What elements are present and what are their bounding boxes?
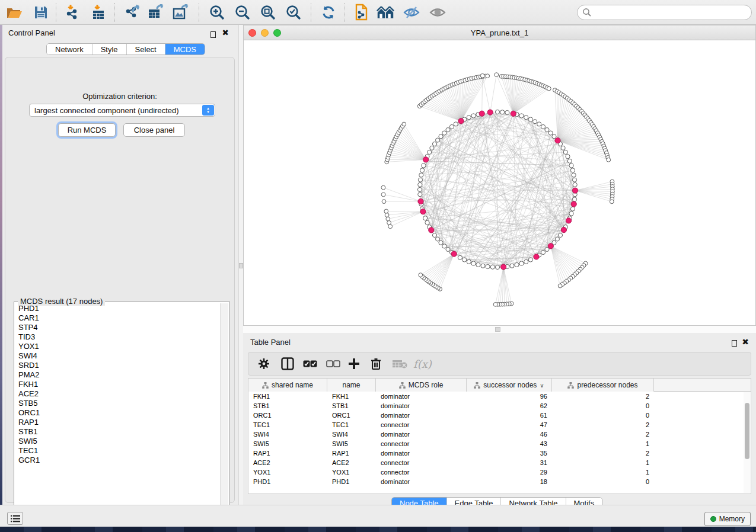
table-cell: dominator — [381, 411, 410, 420]
first-neighbors-icon[interactable] — [377, 4, 394, 21]
mcds-result-item[interactable]: ORC1 — [14, 408, 221, 418]
zoom-selected-icon[interactable] — [285, 4, 302, 21]
select-stepper-icon: ▲▼ — [202, 105, 214, 116]
tab-mcds[interactable]: MCDS — [165, 44, 205, 55]
mcds-result-item[interactable]: YOX1 — [14, 342, 221, 351]
zoom-out-icon[interactable] — [234, 4, 251, 21]
hide-selected-icon[interactable] — [403, 4, 420, 21]
horizontal-splitter-handle[interactable] — [495, 327, 500, 332]
table-row[interactable]: SWI5SWI5connector431 — [248, 439, 751, 448]
table-scrollbar-thumb[interactable] — [745, 403, 749, 459]
table-cell: 1 — [552, 467, 649, 477]
table-row[interactable]: FKH1FKH1dominator962 — [248, 392, 751, 401]
mcds-result-item[interactable]: RAP1 — [14, 418, 221, 427]
network-from-file-icon[interactable] — [352, 4, 370, 21]
mcds-result-item[interactable]: CAR1 — [14, 313, 221, 323]
mcds-result-item[interactable]: SWI5 — [14, 437, 221, 446]
column-header-name[interactable]: name — [327, 379, 376, 392]
table-cell: 18 — [467, 477, 547, 486]
mcds-result-item[interactable]: ACE2 — [14, 389, 221, 399]
table-cell: 2 — [552, 420, 649, 430]
table-cell: connector — [381, 458, 409, 467]
memory-button[interactable]: Memory — [704, 512, 751, 526]
mcds-result-item[interactable]: SWI4 — [14, 351, 221, 361]
tab-network[interactable]: Network — [47, 44, 92, 55]
split-panel-icon[interactable] — [281, 357, 294, 371]
search-input[interactable] — [577, 5, 752, 20]
table-row[interactable]: STB1STB1dominator620 — [248, 401, 751, 411]
table-row[interactable]: YOX1YOX1connector291 — [248, 467, 751, 477]
network-graph[interactable] — [244, 40, 755, 325]
table-cell: STB1 — [332, 401, 349, 411]
task-history-button[interactable] — [7, 512, 23, 525]
table-cell: 61 — [467, 411, 547, 420]
float-panel-icon[interactable] — [210, 30, 216, 40]
column-header-shared-name[interactable]: shared name — [248, 379, 327, 392]
table-cell: RAP1 — [332, 448, 349, 458]
import-table-icon[interactable] — [90, 4, 108, 21]
status-bar: Memory — [0, 505, 756, 527]
import-network-icon[interactable] — [64, 4, 82, 21]
vertical-splitter-handle[interactable] — [239, 263, 243, 268]
horizontal-splitter[interactable] — [243, 326, 756, 333]
column-header-successor-nodes[interactable]: successor nodes∨ — [467, 379, 552, 392]
mcds-result-list[interactable]: PHD1CAR1STP4TID3YOX1SWI4SRD1PMA2FKH1ACE2… — [14, 304, 221, 519]
network-canvas[interactable] — [244, 40, 755, 325]
table-row[interactable]: ORC1ORC1dominator610 — [248, 411, 751, 420]
run-mcds-button[interactable]: Run MCDS — [58, 123, 116, 137]
table-row[interactable]: SWI4SWI4dominator462 — [248, 430, 751, 439]
mcds-result-item[interactable]: STB5 — [14, 399, 221, 408]
mcds-result-item[interactable]: TID3 — [14, 332, 221, 342]
table-cell: FKH1 — [332, 392, 349, 401]
zoom-fit-icon[interactable] — [259, 4, 277, 21]
tab-select[interactable]: Select — [127, 44, 165, 55]
mcds-result-item[interactable]: GCR1 — [14, 456, 221, 465]
mcds-result-item[interactable]: PHD1 — [14, 304, 221, 313]
table-toolbar: f(x) — [248, 352, 751, 376]
export-network-icon[interactable] — [123, 4, 141, 21]
close-panel-button[interactable]: Close panel — [123, 123, 185, 137]
mcds-result-item[interactable]: FKH1 — [14, 380, 221, 389]
mcds-result-item[interactable]: STP4 — [14, 323, 221, 332]
table-cell: YOX1 — [332, 467, 349, 477]
mcds-result-item[interactable]: TEC1 — [14, 446, 221, 456]
table-float-icon[interactable] — [732, 338, 737, 349]
export-table-icon[interactable] — [147, 4, 165, 21]
vertical-splitter[interactable] — [238, 25, 243, 505]
table-close-icon[interactable]: ✖ — [742, 339, 749, 345]
table-scrollbar[interactable] — [744, 392, 750, 493]
table-cell: SWI4 — [253, 430, 269, 439]
desktop-wallpaper-bottom — [0, 527, 756, 532]
table-cell: SWI4 — [332, 430, 348, 439]
mcds-result-scrollbar[interactable] — [220, 303, 228, 519]
close-panel-icon[interactable]: ✖ — [222, 30, 229, 36]
zoom-in-icon[interactable] — [208, 4, 226, 21]
optimization-criterion-select[interactable]: largest connected component (undirected)… — [29, 104, 215, 117]
select-all-icon[interactable] — [303, 357, 317, 371]
network-window-title: YPA_prune.txt_1 — [244, 28, 755, 37]
table-row[interactable]: PHD1PHD1dominator180 — [248, 477, 751, 486]
deselect-all-icon[interactable] — [326, 357, 340, 371]
mcds-result-item[interactable]: PMA2 — [14, 370, 221, 380]
table-cell: YOX1 — [253, 467, 270, 477]
function-builder-icon-disabled: f(x) — [413, 357, 432, 371]
column-header-predecessor-nodes[interactable]: predecessor nodes — [552, 379, 654, 392]
column-header-MCDS-role[interactable]: MCDS role — [376, 379, 467, 392]
show-all-icon[interactable] — [429, 4, 446, 21]
add-column-icon[interactable] — [348, 357, 360, 371]
export-image-icon[interactable] — [172, 4, 190, 21]
table-cell: TEC1 — [253, 420, 270, 430]
open-file-icon[interactable] — [5, 4, 23, 21]
table-row[interactable]: TEC1TEC1connector472 — [248, 420, 751, 430]
mcds-result-item[interactable]: STB1 — [14, 427, 221, 437]
control-panel-header: Control Panel ✖ — [2, 25, 238, 40]
tab-style[interactable]: Style — [92, 44, 127, 55]
table-settings-icon[interactable] — [258, 357, 270, 371]
save-session-icon[interactable] — [32, 4, 50, 21]
delete-column-icon[interactable] — [371, 357, 381, 371]
network-window-titlebar[interactable]: YPA_prune.txt_1 — [244, 25, 755, 40]
table-row[interactable]: RAP1RAP1dominator352 — [248, 448, 751, 458]
mcds-result-item[interactable]: SRD1 — [14, 361, 221, 370]
refresh-icon[interactable] — [320, 4, 337, 21]
table-row[interactable]: ACE2ACE2connector311 — [248, 458, 751, 467]
